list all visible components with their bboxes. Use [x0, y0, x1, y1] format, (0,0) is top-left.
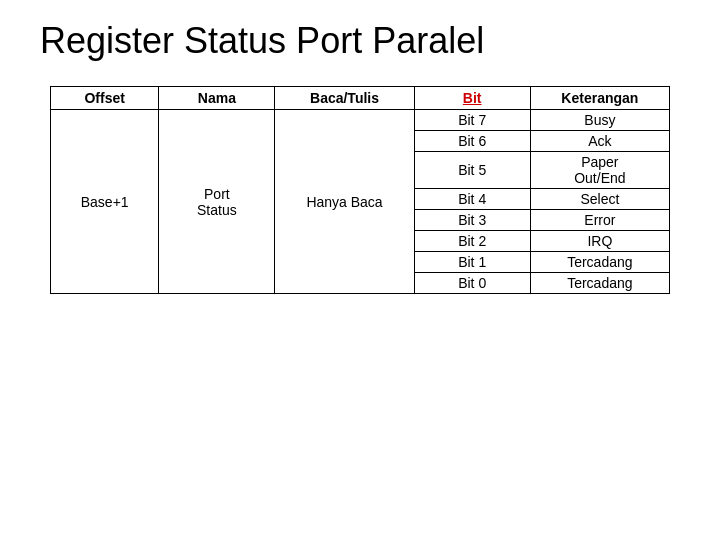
cell-offset: Base+1 — [51, 110, 159, 294]
header-baca: Baca/Tulis — [275, 87, 414, 110]
header-keterangan: Keterangan — [530, 87, 669, 110]
cell-bit-3: Bit 3 — [414, 210, 530, 231]
cell-bit-1: Bit 1 — [414, 252, 530, 273]
page-title: Register Status Port Paralel — [40, 20, 680, 62]
table-header-row: Offset Nama Baca/Tulis Bit Keterangan — [51, 87, 670, 110]
cell-nama: PortStatus — [159, 110, 275, 294]
cell-bit-5: Bit 5 — [414, 152, 530, 189]
header-nama: Nama — [159, 87, 275, 110]
cell-bit-7: Bit 7 — [414, 110, 530, 131]
table-wrapper: Offset Nama Baca/Tulis Bit Keterangan Ba… — [50, 86, 670, 294]
cell-bit-0: Bit 0 — [414, 273, 530, 294]
cell-ket-ack: Ack — [530, 131, 669, 152]
register-table: Offset Nama Baca/Tulis Bit Keterangan Ba… — [50, 86, 670, 294]
cell-bit-6: Bit 6 — [414, 131, 530, 152]
cell-ket-paper: PaperOut/End — [530, 152, 669, 189]
cell-ket-busy: Busy — [530, 110, 669, 131]
cell-ket-tercadang-0: Tercadang — [530, 273, 669, 294]
cell-baca: Hanya Baca — [275, 110, 414, 294]
table-row: Base+1 PortStatus Hanya Baca Bit 7 Busy — [51, 110, 670, 131]
header-offset: Offset — [51, 87, 159, 110]
cell-ket-tercadang-1: Tercadang — [530, 252, 669, 273]
cell-bit-2: Bit 2 — [414, 231, 530, 252]
cell-ket-error: Error — [530, 210, 669, 231]
cell-ket-irq: IRQ — [530, 231, 669, 252]
header-bit: Bit — [414, 87, 530, 110]
cell-bit-4: Bit 4 — [414, 189, 530, 210]
cell-ket-select: Select — [530, 189, 669, 210]
page-container: Register Status Port Paralel Offset Nama… — [0, 0, 720, 540]
